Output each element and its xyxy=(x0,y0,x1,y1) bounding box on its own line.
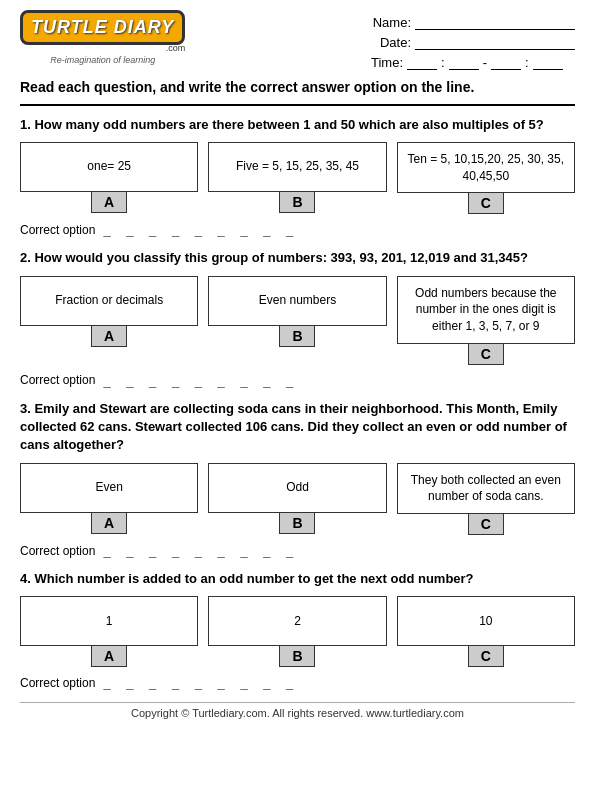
question-1-correct-row: Correct option_ _ _ _ _ _ _ _ _ xyxy=(20,222,575,237)
question-2-option-C-content: Odd numbers because the number in the on… xyxy=(397,276,575,344)
footer: Copyright © Turtlediary.com. All rights … xyxy=(20,702,575,719)
questions-container: 1. How many odd numbers are there betwee… xyxy=(20,116,575,691)
question-3-option-C[interactable]: They both collected an even number of so… xyxy=(397,463,575,536)
date-row: Date: xyxy=(371,34,575,50)
time-sep2: - xyxy=(483,55,487,70)
question-4-option-A[interactable]: 1A xyxy=(20,596,198,667)
question-3-option-B-label: B xyxy=(279,512,315,534)
question-1-correct-blanks[interactable]: _ _ _ _ _ _ _ _ _ xyxy=(103,222,299,237)
question-4-correct-row: Correct option_ _ _ _ _ _ _ _ _ xyxy=(20,675,575,690)
question-3-correct-blanks[interactable]: _ _ _ _ _ _ _ _ _ xyxy=(103,543,299,558)
question-3-correct-label: Correct option xyxy=(20,544,95,558)
question-2-option-B[interactable]: Even numbersB xyxy=(208,276,386,347)
question-1-option-A[interactable]: one= 25A xyxy=(20,142,198,213)
time-blank-1 xyxy=(407,54,437,70)
question-4-option-A-label: A xyxy=(91,645,127,667)
question-3-correct-row: Correct option_ _ _ _ _ _ _ _ _ xyxy=(20,543,575,558)
date-label: Date: xyxy=(371,35,411,50)
question-1-option-C-label: C xyxy=(468,192,504,214)
question-3-options: EvenAOddBThey both collected an even num… xyxy=(20,463,575,536)
time-blank-2 xyxy=(449,54,479,70)
question-2-option-A-label: A xyxy=(91,325,127,347)
question-4-option-C[interactable]: 10C xyxy=(397,596,575,667)
logo-box: TURTLE DIARY xyxy=(20,10,185,45)
question-2-correct-label: Correct option xyxy=(20,373,95,387)
question-1-option-C-content: Ten = 5, 10,15,20, 25, 30, 35, 40,45,50 xyxy=(397,142,575,194)
question-1-text: 1. How many odd numbers are there betwee… xyxy=(20,116,575,134)
question-2-text: 2. How would you classify this group of … xyxy=(20,249,575,267)
page: TURTLE DIARY .com Re-imagination of lear… xyxy=(0,0,595,800)
name-row: Name: xyxy=(371,14,575,30)
question-1-option-B[interactable]: Five = 5, 15, 25, 35, 45B xyxy=(208,142,386,213)
name-line xyxy=(415,14,575,30)
time-blank-3 xyxy=(491,54,521,70)
question-1-option-B-label: B xyxy=(279,191,315,213)
question-4: 4. Which number is added to an odd numbe… xyxy=(20,570,575,690)
question-2-option-A[interactable]: Fraction or decimalsA xyxy=(20,276,198,347)
question-2-option-B-label: B xyxy=(279,325,315,347)
question-4-option-C-label: C xyxy=(468,645,504,667)
question-3: 3. Emily and Stewart are collecting soda… xyxy=(20,400,575,558)
question-3-option-A[interactable]: EvenA xyxy=(20,463,198,534)
time-blank-4 xyxy=(533,54,563,70)
question-3-option-C-content: They both collected an even number of so… xyxy=(397,463,575,515)
name-label: Name: xyxy=(371,15,411,30)
question-4-correct-label: Correct option xyxy=(20,676,95,690)
time-label: Time: xyxy=(371,55,403,70)
logo-text: TURTLE DIARY xyxy=(31,17,174,38)
logo-tagline: Re-imagination of learning xyxy=(50,55,155,65)
question-3-text: 3. Emily and Stewart are collecting soda… xyxy=(20,400,575,455)
question-4-option-A-content: 1 xyxy=(20,596,198,646)
question-1: 1. How many odd numbers are there betwee… xyxy=(20,116,575,238)
name-fields: Name: Date: Time: : - : xyxy=(371,10,575,70)
question-3-option-B[interactable]: OddB xyxy=(208,463,386,534)
question-2-option-C-label: C xyxy=(468,343,504,365)
date-line xyxy=(415,34,575,50)
question-1-option-C[interactable]: Ten = 5, 10,15,20, 25, 30, 35, 40,45,50C xyxy=(397,142,575,215)
question-3-option-C-label: C xyxy=(468,513,504,535)
question-2-correct-row: Correct option_ _ _ _ _ _ _ _ _ xyxy=(20,373,575,388)
question-2-option-B-content: Even numbers xyxy=(208,276,386,326)
time-row: Time: : - : xyxy=(371,54,575,70)
question-3-option-A-content: Even xyxy=(20,463,198,513)
logo-com: .com xyxy=(166,43,186,53)
question-4-option-B[interactable]: 2B xyxy=(208,596,386,667)
question-2: 2. How would you classify this group of … xyxy=(20,249,575,388)
question-2-correct-blanks[interactable]: _ _ _ _ _ _ _ _ _ xyxy=(103,373,299,388)
time-sep1: : xyxy=(441,55,445,70)
question-4-option-B-content: 2 xyxy=(208,596,386,646)
question-1-option-B-content: Five = 5, 15, 25, 35, 45 xyxy=(208,142,386,192)
question-4-text: 4. Which number is added to an odd numbe… xyxy=(20,570,575,588)
question-1-option-A-label: A xyxy=(91,191,127,213)
question-4-option-B-label: B xyxy=(279,645,315,667)
question-4-option-C-content: 10 xyxy=(397,596,575,646)
question-1-option-A-content: one= 25 xyxy=(20,142,198,192)
question-2-option-C[interactable]: Odd numbers because the number in the on… xyxy=(397,276,575,365)
logo-area: TURTLE DIARY .com Re-imagination of lear… xyxy=(20,10,185,65)
question-2-option-A-content: Fraction or decimals xyxy=(20,276,198,326)
header: TURTLE DIARY .com Re-imagination of lear… xyxy=(20,10,575,70)
question-4-options: 1A2B10C xyxy=(20,596,575,667)
question-3-option-B-content: Odd xyxy=(208,463,386,513)
question-1-correct-label: Correct option xyxy=(20,223,95,237)
instructions: Read each question, and write the correc… xyxy=(20,78,575,106)
question-4-correct-blanks[interactable]: _ _ _ _ _ _ _ _ _ xyxy=(103,675,299,690)
question-2-options: Fraction or decimalsAEven numbersBOdd nu… xyxy=(20,276,575,365)
question-1-options: one= 25AFive = 5, 15, 25, 35, 45BTen = 5… xyxy=(20,142,575,215)
question-3-option-A-label: A xyxy=(91,512,127,534)
time-sep3: : xyxy=(525,55,529,70)
